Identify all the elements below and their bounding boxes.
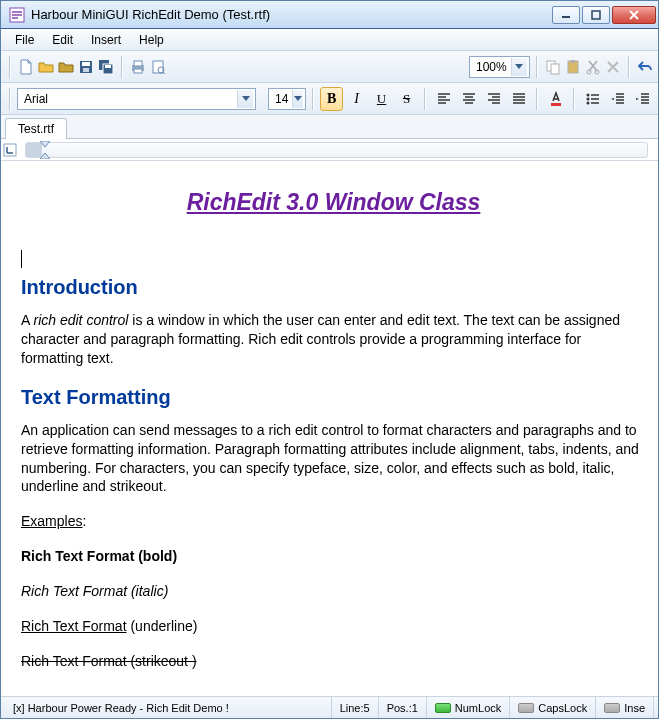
ruler-track[interactable] xyxy=(25,142,648,158)
font-value: Arial xyxy=(24,92,48,106)
svg-rect-7 xyxy=(105,65,111,68)
status-pos: Pos.:1 xyxy=(379,697,427,718)
chevron-down-icon xyxy=(237,90,253,108)
delete-button[interactable] xyxy=(604,55,622,79)
heading-formatting: Text Formatting xyxy=(21,384,646,411)
tab-stop-icon[interactable] xyxy=(3,143,17,157)
save-button[interactable] xyxy=(77,55,95,79)
example-underline: Rich Text Format (underline) xyxy=(21,617,646,636)
save-all-button[interactable] xyxy=(97,55,115,79)
svg-rect-1 xyxy=(592,11,600,19)
open-button[interactable] xyxy=(37,55,55,79)
svg-rect-14 xyxy=(551,64,559,74)
font-combo[interactable]: Arial xyxy=(17,88,256,110)
indent-marker-icon[interactable] xyxy=(40,141,50,159)
paste-button[interactable] xyxy=(564,55,582,79)
document-tab[interactable]: Test.rtf xyxy=(5,118,67,139)
bullets-button[interactable] xyxy=(581,87,604,111)
doc-title: RichEdit 3.0 Window Class xyxy=(21,187,646,218)
menu-edit[interactable]: Edit xyxy=(44,31,81,49)
chevron-down-icon xyxy=(511,58,527,76)
outdent-button[interactable] xyxy=(606,87,629,111)
svg-point-21 xyxy=(586,93,589,96)
heading-introduction: Introduction xyxy=(21,274,646,301)
minimize-button[interactable] xyxy=(552,6,580,24)
document-body[interactable]: RichEdit 3.0 Window Class Introduction A… xyxy=(21,187,646,696)
svg-rect-10 xyxy=(134,69,142,73)
window-title: Harbour MiniGUI RichEdit Demo (Test.rtf) xyxy=(31,7,552,22)
app-icon xyxy=(9,7,25,23)
print-preview-button[interactable] xyxy=(149,55,167,79)
underline-button[interactable]: U xyxy=(370,87,393,111)
status-capslock: CapsLock xyxy=(510,697,596,718)
example-bold: Rich Text Format (bold) xyxy=(21,547,646,566)
align-left-button[interactable] xyxy=(432,87,455,111)
led-off-icon xyxy=(604,703,620,713)
example-strike: Rich Text Format (strikeout ) xyxy=(21,652,646,671)
strikeout-button[interactable]: S xyxy=(395,87,418,111)
justify-button[interactable] xyxy=(507,87,530,111)
close-file-button[interactable] xyxy=(57,55,75,79)
editor-area: RichEdit 3.0 Window Class Introduction A… xyxy=(1,161,658,696)
chevron-down-icon xyxy=(292,90,303,108)
status-line: Line:5 xyxy=(332,697,379,718)
maximize-button[interactable] xyxy=(582,6,610,24)
align-right-button[interactable] xyxy=(482,87,505,111)
led-on-icon xyxy=(435,703,451,713)
svg-rect-9 xyxy=(134,61,142,66)
examples-label: Examples: xyxy=(21,512,646,531)
zoom-combo[interactable]: 100% xyxy=(469,56,530,78)
print-button[interactable] xyxy=(129,55,147,79)
align-center-button[interactable] xyxy=(457,87,480,111)
cut-button[interactable] xyxy=(584,55,602,79)
ruler[interactable] xyxy=(1,139,658,161)
toolbar-format: Arial 14 B I U S xyxy=(1,83,658,115)
size-value: 14 xyxy=(275,92,288,106)
paragraph-formatting: An application can send messages to a ri… xyxy=(21,421,646,497)
svg-rect-20 xyxy=(551,103,561,106)
new-button[interactable] xyxy=(17,55,35,79)
bold-button[interactable]: B xyxy=(320,87,343,111)
window-buttons xyxy=(552,6,656,24)
svg-rect-4 xyxy=(83,68,89,72)
led-off-icon xyxy=(518,703,534,713)
svg-point-23 xyxy=(586,101,589,104)
menu-help[interactable]: Help xyxy=(131,31,172,49)
zoom-value: 100% xyxy=(476,60,507,74)
status-numlock: NumLock xyxy=(427,697,510,718)
undo-button[interactable] xyxy=(636,55,654,79)
menu-file[interactable]: File xyxy=(7,31,42,49)
indent-button[interactable] xyxy=(631,87,654,111)
statusbar: [x] Harbour Power Ready - Rich Edit Demo… xyxy=(1,696,658,718)
close-button[interactable] xyxy=(612,6,656,24)
font-color-button[interactable] xyxy=(544,87,567,111)
svg-rect-16 xyxy=(571,60,575,63)
svg-point-22 xyxy=(586,97,589,100)
tab-strip: Test.rtf xyxy=(1,115,658,139)
svg-rect-24 xyxy=(4,144,16,156)
app-window: Harbour MiniGUI RichEdit Demo (Test.rtf)… xyxy=(0,0,659,719)
status-message: [x] Harbour Power Ready - Rich Edit Demo… xyxy=(5,697,332,718)
titlebar[interactable]: Harbour MiniGUI RichEdit Demo (Test.rtf) xyxy=(1,1,658,29)
toolbar-standard: 100% xyxy=(1,51,658,83)
font-size-combo[interactable]: 14 xyxy=(268,88,306,110)
example-italic: Rich Text Format (italic) xyxy=(21,582,646,601)
editor-scroll[interactable]: RichEdit 3.0 Window Class Introduction A… xyxy=(1,161,658,696)
svg-rect-3 xyxy=(82,62,90,66)
menubar: File Edit Insert Help xyxy=(1,29,658,51)
paragraph-intro: A rich edit control is a window in which… xyxy=(21,311,646,368)
text-caret xyxy=(21,264,646,266)
menu-insert[interactable]: Insert xyxy=(83,31,129,49)
status-insert: Inse xyxy=(596,697,654,718)
italic-button[interactable]: I xyxy=(345,87,368,111)
copy-button[interactable] xyxy=(544,55,562,79)
